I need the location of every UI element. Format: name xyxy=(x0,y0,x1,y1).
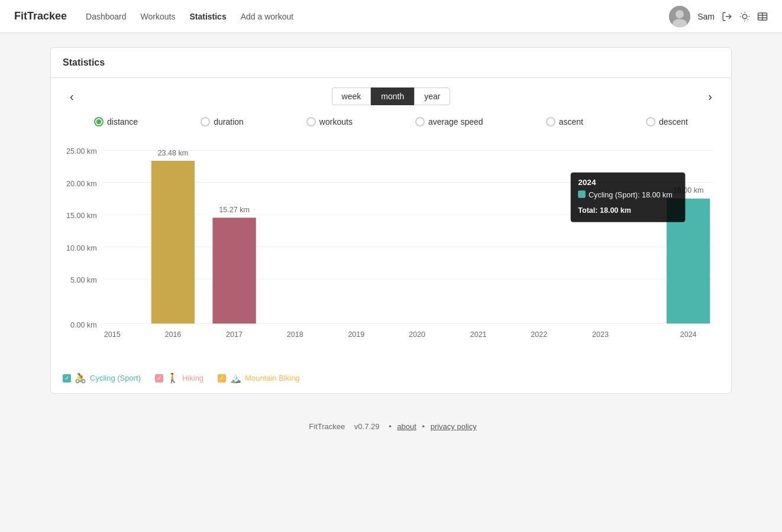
stat-distance-label: distance xyxy=(107,117,138,126)
brand-logo[interactable]: FitTrackee xyxy=(14,10,67,22)
legend-hiking-label: Hiking xyxy=(182,374,203,382)
nav-workouts[interactable]: Workouts xyxy=(141,12,176,21)
logout-button[interactable] xyxy=(722,11,732,22)
svg-point-3 xyxy=(742,14,747,19)
x-label-2016: 2016 xyxy=(164,330,181,339)
navbar: FitTrackee Dashboard Workouts Statistics… xyxy=(0,0,782,33)
period-prev-button[interactable]: ‹ xyxy=(63,87,81,106)
tooltip-year: 2024 xyxy=(578,178,596,187)
statistics-card: Statistics ‹ week month year › distance xyxy=(50,47,732,394)
footer: FitTrackee v0.7.29 • about • privacy pol… xyxy=(0,408,782,445)
y-label-3: 15.00 km xyxy=(66,212,97,220)
period-week-button[interactable]: week xyxy=(332,87,371,105)
bar-chart-svg: 25.00 km 20.00 km 15.00 km 10.00 km 5.00… xyxy=(63,141,719,365)
y-label-1: 25.00 km xyxy=(66,147,97,155)
y-label-4: 10.00 km xyxy=(66,244,97,252)
svg-line-7 xyxy=(748,19,748,20)
x-label-2015: 2015 xyxy=(104,330,121,339)
period-buttons: week month year xyxy=(332,87,451,105)
x-label-2017: 2017 xyxy=(226,330,243,339)
period-year-button[interactable]: year xyxy=(414,87,450,105)
tooltip-total: Total: 18.00 km xyxy=(578,206,631,215)
chart-area: 25.00 km 20.00 km 15.00 km 10.00 km 5.00… xyxy=(63,141,719,365)
y-label-5: 5.00 km xyxy=(70,276,97,284)
legend-mountain-biking-label: Mountain Biking xyxy=(245,374,300,382)
stat-average-speed[interactable]: average speed xyxy=(415,117,483,126)
card-title: Statistics xyxy=(51,48,731,78)
chart-tooltip: 2024 Cycling (Sport): 18.00 km Total: 18… xyxy=(571,173,686,222)
stat-duration-label: duration xyxy=(214,117,244,126)
footer-privacy-link[interactable]: privacy policy xyxy=(431,422,477,431)
y-label-6: 0.00 km xyxy=(70,321,97,329)
stat-ascent-label: ascent xyxy=(559,117,583,126)
stat-distance[interactable]: distance xyxy=(94,117,138,126)
legend-hiking[interactable]: 🚶 Hiking xyxy=(155,372,203,384)
period-month-button[interactable]: month xyxy=(371,87,414,105)
legend-hiking-icon: 🚶 xyxy=(167,372,179,384)
nav-dashboard[interactable]: Dashboard xyxy=(86,12,127,21)
stat-workouts[interactable]: workouts xyxy=(306,117,353,126)
x-label-2021: 2021 xyxy=(470,330,487,339)
chart-legend: 🚴 Cycling (Sport) 🚶 Hiking 🏔️ Mountain B… xyxy=(63,372,719,384)
bar-label-2016: 23.48 km xyxy=(158,149,189,157)
nav-add-workout[interactable]: Add a workout xyxy=(241,12,294,21)
language-button[interactable] xyxy=(757,11,768,22)
bar-label-2017: 15.27 km xyxy=(219,206,250,214)
nav-username: Sam xyxy=(697,12,715,21)
bar-2017[interactable] xyxy=(212,218,256,323)
footer-brand: FitTrackee xyxy=(309,422,345,431)
stat-average-speed-label: average speed xyxy=(428,117,483,126)
legend-cycling-label: Cycling (Sport) xyxy=(90,374,141,382)
radio-average-speed xyxy=(415,117,425,126)
footer-about-link[interactable]: about xyxy=(397,422,416,431)
nav-right: Sam xyxy=(669,6,768,27)
theme-toggle-button[interactable] xyxy=(739,11,750,22)
radio-descent xyxy=(646,117,655,126)
legend-hiking-checkbox[interactable] xyxy=(155,374,163,382)
main-content: Statistics ‹ week month year › distance xyxy=(36,33,746,408)
legend-cycling[interactable]: 🚴 Cycling (Sport) xyxy=(63,372,141,384)
nav-links: Dashboard Workouts Statistics Add a work… xyxy=(86,12,669,21)
bar-2016[interactable] xyxy=(151,161,195,323)
period-next-button[interactable]: › xyxy=(701,87,719,106)
legend-mountain-biking-icon: 🏔️ xyxy=(230,372,241,384)
radio-distance xyxy=(94,117,104,126)
nav-statistics[interactable]: Statistics xyxy=(189,12,226,21)
x-label-2024: 2024 xyxy=(680,330,697,339)
legend-mountain-biking-checkbox[interactable] xyxy=(218,374,226,382)
legend-mountain-biking[interactable]: 🏔️ Mountain Biking xyxy=(218,372,300,384)
x-label-2020: 2020 xyxy=(409,330,425,339)
footer-dot-2: • xyxy=(422,422,425,431)
radio-duration xyxy=(201,117,210,126)
svg-point-1 xyxy=(676,10,684,18)
stat-duration[interactable]: duration xyxy=(201,117,244,126)
stat-workouts-label: workouts xyxy=(319,117,353,126)
y-label-2: 20.00 km xyxy=(66,180,97,188)
svg-rect-21 xyxy=(578,190,586,198)
x-label-2018: 2018 xyxy=(287,330,303,339)
x-label-2019: 2019 xyxy=(348,330,364,339)
svg-line-6 xyxy=(741,13,742,14)
card-body: ‹ week month year › distance duration xyxy=(51,78,731,393)
tooltip-sport: Cycling (Sport): 18.00 km xyxy=(589,191,673,199)
footer-dot-1: • xyxy=(389,422,392,431)
stat-options: distance duration workouts average speed… xyxy=(63,117,719,126)
period-selector: ‹ week month year › xyxy=(63,87,719,105)
radio-ascent xyxy=(546,117,555,126)
stat-ascent[interactable]: ascent xyxy=(546,117,583,126)
stat-descent[interactable]: descent xyxy=(646,117,688,126)
legend-cycling-icon: 🚴 xyxy=(75,372,86,384)
x-label-2022: 2022 xyxy=(531,330,547,339)
legend-cycling-checkbox[interactable] xyxy=(63,374,71,382)
footer-version: v0.7.29 xyxy=(354,422,380,431)
avatar xyxy=(669,6,690,27)
stat-descent-label: descent xyxy=(659,117,688,126)
radio-workouts xyxy=(306,117,316,126)
x-label-2023: 2023 xyxy=(592,330,609,339)
